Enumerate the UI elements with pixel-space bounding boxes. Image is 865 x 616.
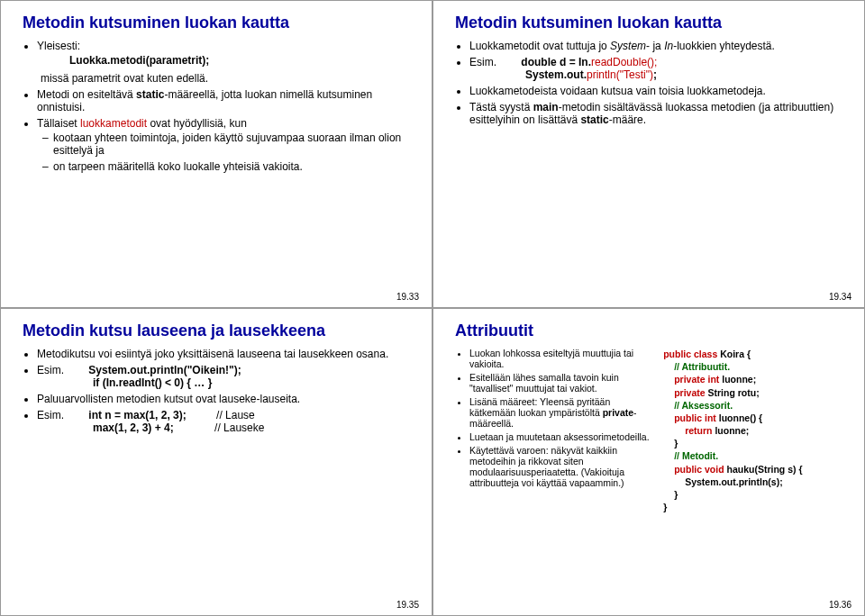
code: if (In.readInt() < 0) { … } (93, 376, 414, 389)
text: -luokkien yhteydestä. (673, 40, 775, 52)
text: Tästä syystä (469, 101, 533, 113)
bullet: Metodi on esiteltävä static-määreellä, j… (37, 88, 414, 113)
slide2-list: Luokkametodit ovat tuttuja jo System- ja… (455, 40, 846, 126)
text: Yleisesti: (37, 40, 80, 52)
kw-private: private (603, 407, 633, 418)
code: double d = In.readDouble(); (521, 56, 657, 68)
two-col: Luokan lohkossa esiteltyjä muuttujia tai… (455, 348, 846, 513)
expr: max(1, 2, 3) + 4; (93, 421, 174, 434)
sub-bullet: on tarpeen määritellä koko luokalle yhte… (53, 160, 414, 173)
text: Esim. (37, 364, 64, 376)
expr: n = max(1, 2, 3); (102, 409, 187, 421)
text: Tällaiset (37, 117, 80, 130)
em: System (610, 40, 646, 52)
slide2-title: Metodin kutsuminen luokan kautta (455, 14, 846, 32)
code: Luokka.metodi(parametrit); (69, 54, 414, 67)
method-call: readDouble(); (591, 56, 657, 68)
kw: public void (674, 464, 724, 475)
text: missä parametrit ovat kuten edellä. (41, 72, 414, 85)
code: System.out.println(s); (685, 476, 846, 488)
comment: // Lauseke (214, 421, 264, 434)
code: System.out.println("Oikein!"); (88, 364, 241, 376)
kw-static: static (136, 88, 164, 101)
page-number: 19.36 (829, 600, 851, 610)
comment: // Metodit. (674, 449, 846, 462)
bullet: Esim. System.out.println("Oikein!"); if … (37, 364, 414, 389)
kw-int: int (88, 409, 102, 421)
slide4-title: Attribuutit (455, 322, 846, 340)
slide-1: Metodin kutsuminen luokan kautta Yleises… (0, 0, 432, 308)
page-number: 19.35 (396, 600, 419, 610)
bullet: Lisänä määreet: Yleensä pyritään kätkemä… (469, 396, 656, 429)
slide1-title: Metodin kutsuminen luokan kautta (23, 14, 414, 32)
bullet: Esitellään lähes samalla tavoin kuin "ta… (469, 372, 656, 394)
text: Lisänä määreet: Yleensä pyritään kätkemä… (469, 396, 610, 418)
bullet: Käytettävä varoen: näkyvät kaikkiin meto… (469, 445, 656, 488)
slide3-title: Metodin kutsu lauseena ja lausekkeena (23, 322, 414, 340)
comment: // Lause (216, 409, 255, 421)
text: -määre. (609, 113, 646, 126)
text: - ja (646, 40, 664, 52)
kw: System.out. (525, 68, 587, 81)
bullet: Esim. double d = In.readDouble(); System… (469, 56, 846, 81)
page-number: 19.34 (829, 292, 851, 302)
bullet: Esim. int n = max(1, 2, 3); // Lause max… (37, 409, 414, 434)
bullet: Tällaiset luokkametodit ovat hyödyllisiä… (37, 117, 414, 173)
kw: private (674, 387, 705, 398)
code: luonne() { (716, 412, 762, 423)
kw: double d = In. (521, 56, 591, 68)
kw: public class (663, 349, 717, 359)
code: hauku(String s) { (724, 464, 803, 475)
slide1-list: Yleisesti: Luokka.metodi(parametrit); mi… (23, 40, 414, 173)
kw-static: static (580, 113, 608, 126)
brace: } (663, 501, 846, 513)
bullet: Yleisesti: Luokka.metodi(parametrit); mi… (37, 40, 414, 85)
brace: } (674, 488, 846, 501)
method-call: println("Testi") (587, 68, 653, 81)
bullet: Metodikutsu voi esiintyä joko yksittäise… (37, 348, 414, 360)
bullet: Luokkametodit ovat tuttuja jo System- ja… (469, 40, 846, 52)
code: System.out.println("Testi"); (525, 68, 846, 81)
bullet: Luokkametodeista voidaan kutsua vain toi… (469, 85, 846, 97)
text: Esim. (37, 409, 64, 421)
code: String rotu; (706, 387, 760, 398)
slide3-list: Metodikutsu voi esiintyä joko yksittäise… (23, 348, 414, 434)
code: luonne; (719, 374, 756, 385)
slide-4: Attribuutit Luokan lohkossa esiteltyjä m… (432, 308, 865, 616)
code-block: public class Koira { // Attribuutit. pri… (663, 348, 846, 513)
bullet: Tästä syystä main-metodin sisältävässä l… (469, 101, 846, 126)
code-row: max(1, 2, 3) + 4; // Lauseke (93, 421, 414, 434)
sub-bullet: kootaan yhteen toimintoja, joiden käyttö… (53, 131, 414, 157)
kw: return (685, 425, 712, 436)
cond: (In.readInt() < 0) { … } (99, 376, 212, 389)
code: luonne; (712, 425, 749, 436)
slide-2: Metodin kutsuminen luokan kautta Luokkam… (432, 0, 865, 308)
term: luokkametodit (80, 117, 147, 130)
bullet: Luetaan ja muutetaan aksessorimetodeilla… (469, 431, 656, 442)
text: Metodi on esiteltävä (37, 88, 136, 101)
kw: public int (674, 412, 716, 423)
text: Esim. (469, 56, 496, 68)
text: ovat hyödyllisiä, kun (147, 117, 247, 130)
kw-main: main (533, 101, 559, 113)
comment: // Attribuutit. (674, 360, 846, 373)
bullet: Luokan lohkossa esiteltyjä muuttujia tai… (469, 348, 656, 369)
em: In (664, 40, 673, 52)
kw: private int (674, 374, 719, 385)
sublist: kootaan yhteen toimintoja, joiden käyttö… (37, 131, 414, 173)
brace: } (674, 437, 846, 449)
code: Koira { (717, 349, 751, 359)
text: Luokkametodit ovat tuttuja jo (469, 40, 610, 52)
attr-list: Luokan lohkossa esiteltyjä muuttujia tai… (455, 348, 656, 488)
bullet: Paluuarvollisten metodien kutsut ovat la… (37, 393, 414, 405)
slide-3: Metodin kutsu lauseena ja lausekkeena Me… (0, 308, 432, 616)
text: ; (653, 68, 657, 81)
page-number: 19.33 (396, 292, 419, 302)
comment: // Aksessorit. (674, 399, 846, 412)
code: int n = max(1, 2, 3); (88, 409, 189, 421)
left-col: Luokan lohkossa esiteltyjä muuttujia tai… (455, 348, 656, 513)
